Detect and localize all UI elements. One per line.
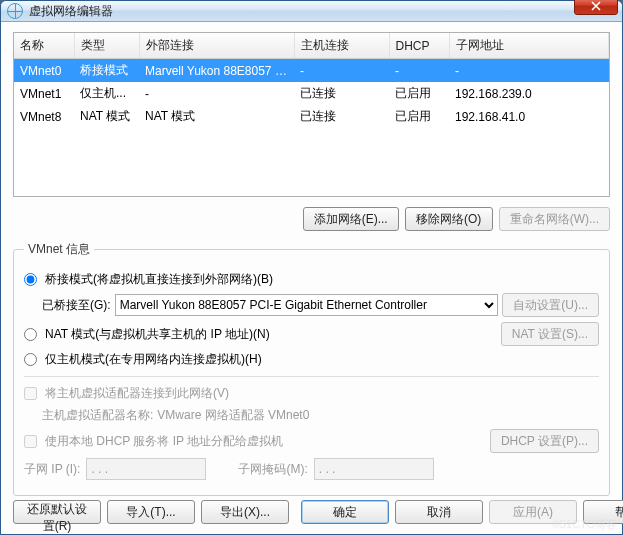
bridge-to-label: 已桥接至(G): bbox=[42, 297, 111, 314]
bridge-adapter-combo[interactable]: Marvell Yukon 88E8057 PCI-E Gigabit Ethe… bbox=[115, 294, 499, 316]
apply-button: 应用(A) bbox=[489, 500, 577, 524]
table-row[interactable]: VMnet0桥接模式Marvell Yukon 88E8057 PCI-...-… bbox=[14, 59, 609, 83]
rename-network-button: 重命名网络(W)... bbox=[499, 207, 610, 231]
close-button[interactable] bbox=[574, 0, 618, 15]
window: 虚拟网络编辑器 名称 类型 外部连接 主机连接 DHCP 子网地址 VMnet0… bbox=[0, 0, 623, 535]
nat-settings-button: NAT 设置(S)... bbox=[501, 322, 599, 346]
help-button[interactable]: 帮助 bbox=[583, 500, 623, 524]
content: 名称 类型 外部连接 主机连接 DHCP 子网地址 VMnet0桥接模式Marv… bbox=[1, 22, 622, 534]
dhcp-label: 使用本地 DHCP 服务将 IP 地址分配给虚拟机 bbox=[45, 433, 283, 450]
titlebar: 虚拟网络编辑器 bbox=[1, 1, 622, 22]
bridge-radio-label: 桥接模式(将虚拟机直接连接到外部网络)(B) bbox=[45, 271, 273, 288]
add-network-button[interactable]: 添加网络(E)... bbox=[303, 207, 399, 231]
vmnet-info-legend: VMnet 信息 bbox=[24, 241, 94, 258]
subnet-ip-input bbox=[86, 458, 206, 480]
dhcp-row: 使用本地 DHCP 服务将 IP 地址分配给虚拟机 DHCP 设置(P)... bbox=[24, 429, 599, 453]
window-title: 虚拟网络编辑器 bbox=[29, 3, 574, 20]
nat-radio-row: NAT 模式(与虚拟机共享主机的 IP 地址)(N) NAT 设置(S)... bbox=[24, 322, 599, 346]
connect-host-label: 将主机虚拟适配器连接到此网络(V) bbox=[45, 385, 229, 402]
table-row[interactable]: VMnet8NAT 模式NAT 模式已连接已启用192.168.41.0 bbox=[14, 105, 609, 128]
network-table: 名称 类型 外部连接 主机连接 DHCP 子网地址 VMnet0桥接模式Marv… bbox=[13, 32, 610, 197]
connect-host-row: 将主机虚拟适配器连接到此网络(V) bbox=[24, 385, 599, 402]
table-header-row: 名称 类型 外部连接 主机连接 DHCP 子网地址 bbox=[14, 33, 609, 59]
vmnet-info-group: VMnet 信息 桥接模式(将虚拟机直接连接到外部网络)(B) 已桥接至(G):… bbox=[13, 241, 610, 496]
cancel-button[interactable]: 取消 bbox=[395, 500, 483, 524]
connect-host-checkbox bbox=[24, 387, 37, 400]
adapter-name-value: VMware 网络适配器 VMnet0 bbox=[157, 407, 309, 424]
bridge-to-row: 已桥接至(G): Marvell Yukon 88E8057 PCI-E Gig… bbox=[42, 293, 599, 317]
ok-button[interactable]: 确定 bbox=[301, 500, 389, 524]
divider bbox=[24, 376, 599, 377]
bridge-radio-row: 桥接模式(将虚拟机直接连接到外部网络)(B) bbox=[24, 271, 599, 288]
subnet-mask-input bbox=[314, 458, 434, 480]
auto-settings-button: 自动设置(U)... bbox=[502, 293, 599, 317]
table-row[interactable]: VMnet1仅主机...-已连接已启用192.168.239.0 bbox=[14, 82, 609, 105]
adapter-name-row: 主机虚拟适配器名称: VMware 网络适配器 VMnet0 bbox=[42, 407, 599, 424]
col-subnet[interactable]: 子网地址 bbox=[449, 33, 609, 59]
table-buttons: 添加网络(E)... 移除网络(O) 重命名网络(W)... bbox=[13, 207, 610, 231]
export-button[interactable]: 导出(X)... bbox=[201, 500, 289, 524]
col-type[interactable]: 类型 bbox=[74, 33, 139, 59]
nat-radio[interactable] bbox=[24, 328, 37, 341]
subnet-ip-label: 子网 IP (I): bbox=[24, 461, 80, 478]
col-dhcp[interactable]: DHCP bbox=[389, 33, 449, 59]
hostonly-radio-row: 仅主机模式(在专用网络内连接虚拟机)(H) bbox=[24, 351, 599, 368]
col-host[interactable]: 主机连接 bbox=[294, 33, 389, 59]
close-icon bbox=[591, 1, 601, 11]
col-ext[interactable]: 外部连接 bbox=[139, 33, 294, 59]
col-name[interactable]: 名称 bbox=[14, 33, 74, 59]
subnet-mask-label: 子网掩码(M): bbox=[238, 461, 307, 478]
bridge-radio[interactable] bbox=[24, 273, 37, 286]
adapter-name-label: 主机虚拟适配器名称: bbox=[42, 407, 153, 424]
app-icon bbox=[7, 3, 23, 19]
dhcp-checkbox bbox=[24, 435, 37, 448]
hostonly-radio-label: 仅主机模式(在专用网络内连接虚拟机)(H) bbox=[45, 351, 262, 368]
bottom-buttons: 还原默认设置(R) 导入(T)... 导出(X)... 确定 取消 应用(A) … bbox=[13, 500, 610, 524]
dhcp-settings-button: DHCP 设置(P)... bbox=[490, 429, 599, 453]
remove-network-button[interactable]: 移除网络(O) bbox=[405, 207, 493, 231]
nat-radio-label: NAT 模式(与虚拟机共享主机的 IP 地址)(N) bbox=[45, 326, 270, 343]
import-button[interactable]: 导入(T)... bbox=[107, 500, 195, 524]
subnet-row: 子网 IP (I): 子网掩码(M): bbox=[24, 458, 599, 480]
restore-defaults-button[interactable]: 还原默认设置(R) bbox=[13, 500, 101, 524]
hostonly-radio[interactable] bbox=[24, 353, 37, 366]
